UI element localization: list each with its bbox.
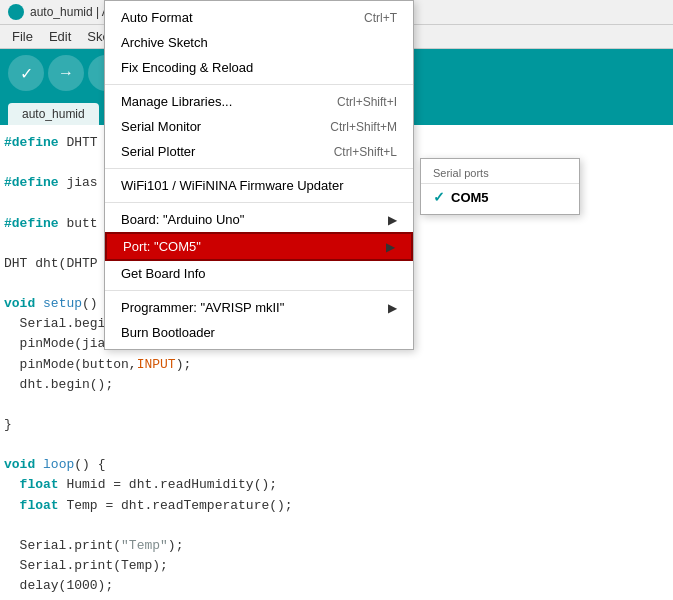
menu-manage-libraries[interactable]: Manage Libraries... Ctrl+Shift+I [105, 89, 413, 114]
tools-dropdown-menu: Auto Format Ctrl+T Archive Sketch Fix En… [104, 49, 414, 350]
menu-wifi-updater[interactable]: WiFi101 / WiFiNINA Firmware Updater [105, 173, 413, 198]
menu-board[interactable]: Board: "Arduino Uno" ▶ [105, 207, 413, 232]
menu-burn-bootloader[interactable]: Burn Bootloader [105, 320, 413, 345]
menu-separator-3 [105, 202, 413, 203]
menu-serial-plotter[interactable]: Serial Plotter Ctrl+Shift+L [105, 139, 413, 164]
main-content: ✓ → ↑ ↓ 💾 auto_humid #define DHTT #defin… [0, 49, 673, 600]
submenu-header: Serial ports [421, 163, 579, 184]
menu-separator-4 [105, 290, 413, 291]
menu-get-board-info[interactable]: Get Board Info [105, 261, 413, 286]
dropdown-overlay: Auto Format Ctrl+T Archive Sketch Fix En… [0, 49, 673, 600]
port-arrow-icon: ▶ [386, 240, 395, 254]
port-submenu: Serial ports ✓ COM5 [420, 158, 580, 215]
menu-separator-2 [105, 168, 413, 169]
board-arrow-icon: ▶ [388, 213, 397, 227]
check-icon: ✓ [433, 189, 445, 205]
programmer-arrow-icon: ▶ [388, 301, 397, 315]
menu-separator-1 [105, 84, 413, 85]
menu-programmer[interactable]: Programmer: "AVRISP mkII" ▶ [105, 295, 413, 320]
app-wrapper: auto_humid | Arduino 1.8.12 File Edit Sk… [0, 0, 673, 600]
menu-port[interactable]: Port: "COM5" ▶ [105, 232, 413, 261]
menu-serial-monitor[interactable]: Serial Monitor Ctrl+Shift+M [105, 114, 413, 139]
submenu-com5[interactable]: ✓ COM5 [421, 184, 579, 210]
menu-fix-encoding[interactable]: Fix Encoding & Reload [105, 55, 413, 80]
